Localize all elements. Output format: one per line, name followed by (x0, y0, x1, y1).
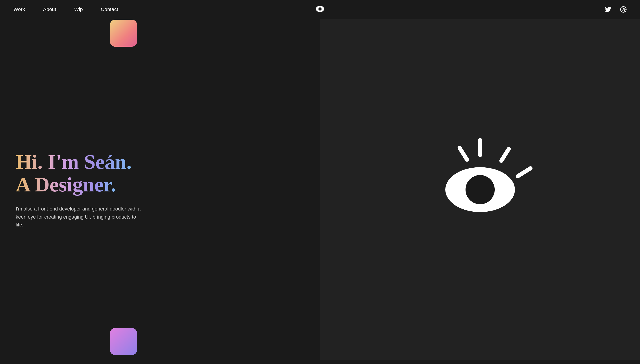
svg-point-2 (318, 8, 322, 10)
eye-illustration (446, 156, 514, 223)
ray-top-right (498, 146, 511, 163)
nav-right (605, 6, 626, 12)
twitter-icon[interactable] (605, 6, 611, 12)
main-content: Hi. I'm Seán. A Designer. I'm also a fro… (0, 19, 640, 360)
dribbble-icon[interactable] (620, 6, 626, 12)
ray-top (478, 138, 482, 157)
hero-line1: Hi. I'm Seán. (16, 150, 132, 173)
svg-point-4 (465, 175, 495, 204)
nav-about[interactable]: About (43, 6, 56, 12)
eye-body (445, 166, 515, 213)
eye-svg (445, 166, 515, 213)
ray-top-left (457, 145, 470, 162)
navigation: Work About Wip Contact (0, 0, 640, 19)
nav-left: Work About Wip Contact (14, 6, 118, 12)
hero-line2: A Designer. (16, 173, 116, 196)
page-wrapper: Work About Wip Contact (0, 0, 640, 364)
nav-center-logo[interactable] (315, 4, 325, 14)
left-section: Hi. I'm Seán. A Designer. I'm also a fro… (0, 19, 320, 360)
hero-title: Hi. I'm Seán. A Designer. (16, 150, 307, 196)
nav-wip[interactable]: Wip (74, 6, 83, 12)
ray-right (515, 166, 533, 179)
eye-logo-icon (315, 4, 325, 14)
right-section (320, 19, 640, 360)
hero-subtitle: I'm also a front-end developer and gener… (16, 205, 142, 229)
nav-contact[interactable]: Contact (101, 6, 118, 12)
nav-work[interactable]: Work (14, 6, 25, 12)
